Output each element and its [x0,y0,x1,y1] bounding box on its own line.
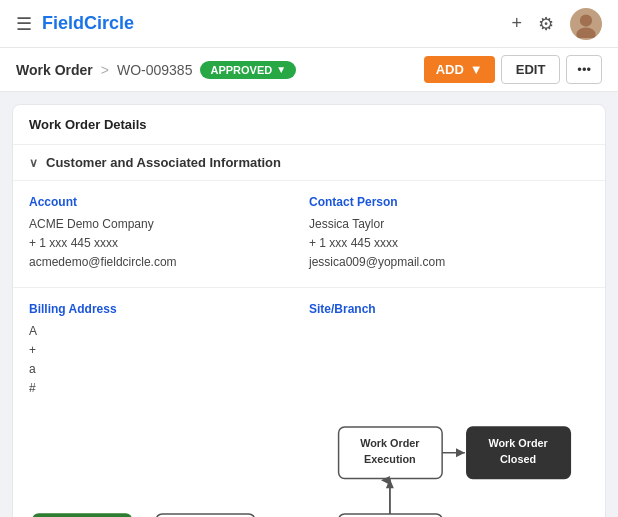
account-contact-grid: Account ACME Demo Company + 1 xxx 445 xx… [13,181,605,288]
account-phone: + 1 xxx 445 xxxx [29,234,309,253]
billing-label: Billing Address [29,302,309,316]
breadcrumb-bar: Work Order > WO-009385 APPROVED ▼ ADD ▼ … [0,48,618,92]
card-header: Work Order Details [13,105,605,145]
workflow-diagram: Work Order Execution Work Order Closed T… [23,406,595,517]
svg-point-0 [580,14,592,26]
contact-name: Jessica Taylor [309,215,589,234]
breadcrumb-title: Work Order [16,62,93,78]
hamburger-icon[interactable]: ☰ [16,13,32,35]
billing-line4: # [29,379,309,398]
add-chevron-icon: ▼ [470,62,483,77]
brand-logo: FieldCircle [42,13,134,34]
section-customer-info[interactable]: ∨ Customer and Associated Information [13,145,605,181]
site-label: Site/Branch [309,302,589,316]
contact-email: jessica009@yopmail.com [309,253,589,272]
account-info: Account ACME Demo Company + 1 xxx 445 xx… [29,195,309,273]
nav-right: + ⚙ [511,8,602,40]
contact-info: Contact Person Jessica Taylor + 1 xxx 44… [309,195,589,273]
svg-text:Work Order: Work Order [488,437,548,449]
nav-left: ☰ FieldCircle [16,13,134,35]
breadcrumb-actions: ADD ▼ EDIT ••• [424,55,602,84]
account-label: Account [29,195,309,209]
add-nav-icon[interactable]: + [511,13,522,34]
svg-text:Execution: Execution [364,453,416,465]
site-info: Site/Branch [309,302,589,399]
status-chevron-icon: ▼ [276,64,286,75]
contact-phone: + 1 xxx 445 xxxx [309,234,589,253]
svg-text:Work Order: Work Order [360,437,420,449]
section-label: Customer and Associated Information [46,155,281,170]
status-badge[interactable]: APPROVED ▼ [200,61,296,79]
add-button[interactable]: ADD ▼ [424,56,495,83]
billing-info: Billing Address A + a # [29,302,309,399]
status-label: APPROVED [210,64,272,76]
more-options-button[interactable]: ••• [566,55,602,84]
user-avatar[interactable] [570,8,602,40]
billing-line2: + [29,341,309,360]
work-order-card: Work Order Details ∨ Customer and Associ… [12,104,606,517]
main-content: Work Order Details ∨ Customer and Associ… [0,92,618,517]
workflow-section: Work Order Execution Work Order Closed T… [13,398,605,517]
settings-icon[interactable]: ⚙ [538,13,554,35]
billing-line1: A [29,322,309,341]
svg-text:Closed: Closed [500,453,536,465]
section-toggle-icon: ∨ [29,156,38,170]
account-email: acmedemo@fieldcircle.com [29,253,309,272]
billing-site-grid: Billing Address A + a # Site/Branch [13,288,605,399]
svg-point-1 [576,27,595,38]
billing-line3: a [29,360,309,379]
breadcrumb-separator: > [101,62,109,78]
edit-button[interactable]: EDIT [501,55,561,84]
contact-label: Contact Person [309,195,589,209]
breadcrumb-id: WO-009385 [117,62,192,78]
top-navigation: ☰ FieldCircle + ⚙ [0,0,618,48]
account-name: ACME Demo Company [29,215,309,234]
